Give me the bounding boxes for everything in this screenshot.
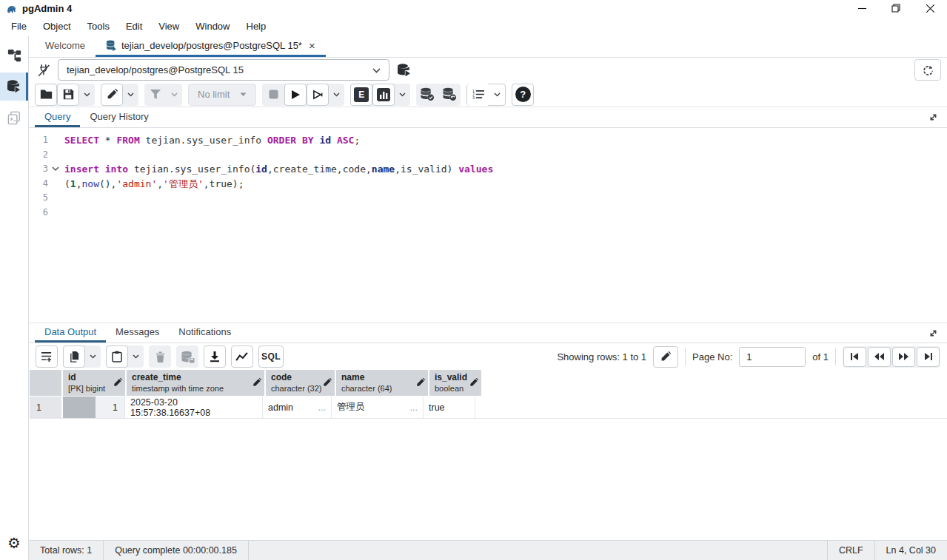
execute-dropdown-button[interactable] <box>329 84 344 106</box>
explain-options-button[interactable] <box>395 84 410 106</box>
menu-help[interactable]: Help <box>238 21 275 32</box>
help-button[interactable]: ? <box>512 84 534 106</box>
cell-is_valid[interactable]: true <box>424 397 475 418</box>
connection-toggle-button[interactable] <box>33 60 54 81</box>
code-line <box>63 148 64 163</box>
column-header-code[interactable]: codecharacter (32) <box>266 370 335 396</box>
cell-id[interactable]: 1 <box>63 397 125 418</box>
next-page-button[interactable] <box>892 347 915 367</box>
page-no-input[interactable] <box>739 347 806 367</box>
add-row-button[interactable] <box>36 345 58 368</box>
folder-icon <box>40 89 53 100</box>
download-button[interactable] <box>204 345 226 368</box>
object-explorer-icon <box>7 48 22 64</box>
execute-button[interactable] <box>284 84 307 106</box>
explain-analyze-button[interactable] <box>372 84 395 106</box>
filter-options-button[interactable] <box>167 84 182 106</box>
output-expand-button[interactable] <box>928 323 938 343</box>
tab-welcome[interactable]: Welcome <box>35 36 96 57</box>
grid-corner-cell[interactable] <box>30 370 61 396</box>
connection-status-button[interactable] <box>914 59 941 81</box>
execute-options-button[interactable] <box>307 84 329 106</box>
menu-file[interactable]: File <box>3 21 35 32</box>
code-line: (1,now(),'admin','管理员',true); <box>63 177 244 192</box>
close-button[interactable] <box>913 0 947 16</box>
fold-toggle[interactable] <box>48 162 63 177</box>
pencil-icon <box>113 378 122 387</box>
menu-object[interactable]: Object <box>35 21 79 32</box>
column-header-create_time[interactable]: create_timetimestamp with time zone <box>127 370 264 396</box>
minimize-button[interactable] <box>845 0 879 16</box>
sidebar-item-query-tool[interactable] <box>0 72 28 101</box>
first-page-button[interactable] <box>843 347 866 367</box>
tab-close-icon[interactable]: × <box>309 39 315 52</box>
save-data-button[interactable] <box>176 345 198 368</box>
line-number: 5 <box>29 191 48 206</box>
last-page-button[interactable] <box>917 347 940 367</box>
pencil-icon <box>252 378 261 387</box>
row-limit-value: No limit <box>198 89 230 100</box>
cursor-position-status: Ln 4, Col 30 <box>874 541 947 560</box>
preferences-button[interactable]: ⚙ <box>0 529 28 557</box>
query-toolbar: No limit <box>29 82 947 107</box>
cell-name[interactable]: 管理员... <box>332 397 424 418</box>
title-bar: pgAdmin 4 <box>0 0 947 16</box>
editor-line: 5 <box>29 191 947 206</box>
save-file-button[interactable] <box>57 84 79 106</box>
graph-visualiser-button[interactable] <box>231 345 253 368</box>
code-line <box>63 206 64 220</box>
open-file-button[interactable] <box>35 84 57 106</box>
app-title: pgAdmin 4 <box>22 3 72 14</box>
menu-edit[interactable]: Edit <box>118 21 150 32</box>
editor-line: 6 <box>29 206 947 220</box>
row-limit-select[interactable]: No limit <box>188 84 256 106</box>
tab-query[interactable]: Query <box>35 107 80 127</box>
tab-messages[interactable]: Messages <box>106 323 169 343</box>
new-connection-button[interactable] <box>393 60 414 81</box>
paste-options-button[interactable] <box>128 345 144 368</box>
stop-button[interactable] <box>262 84 284 106</box>
connection-select[interactable]: tejian_develop/postgres@PostgreSQL 15 <box>58 59 389 81</box>
edit-button[interactable] <box>101 84 123 106</box>
macros-dropdown-button[interactable] <box>489 84 505 106</box>
column-header-id[interactable]: id[PK] bigint <box>63 370 125 396</box>
paste-button[interactable] <box>106 345 128 368</box>
menu-view[interactable]: View <box>150 21 187 32</box>
query-status: Query complete 00:00:00.185 <box>104 541 249 560</box>
rollback-button[interactable] <box>438 84 461 106</box>
menu-tools[interactable]: Tools <box>79 21 118 32</box>
tab-notifications[interactable]: Notifications <box>169 323 241 343</box>
overflow-indicator: ... <box>315 402 326 413</box>
edit-range-button[interactable] <box>653 346 678 368</box>
sidebar-item-object-explorer[interactable] <box>0 41 28 70</box>
copy-button[interactable] <box>63 345 85 368</box>
column-header-name[interactable]: namecharacter (64) <box>336 370 428 396</box>
view-sql-button[interactable]: SQL <box>258 345 284 368</box>
explain-button[interactable]: E <box>350 84 372 106</box>
cell-create_time[interactable]: 2025-03-20 15:57:38.16637+08 <box>125 397 263 418</box>
macros-button[interactable]: 123 <box>467 84 489 106</box>
sidebar-item-psql-tool[interactable] <box>0 104 28 132</box>
tab-query-history[interactable]: Query History <box>80 107 158 127</box>
row-number-cell[interactable]: 1 <box>30 397 61 418</box>
tab-query-tool[interactable]: tejian_develop/postgres@PostgreSQL 15* × <box>96 36 326 57</box>
cell-code[interactable]: admin... <box>263 397 332 418</box>
tab-data-output[interactable]: Data Output <box>35 323 106 343</box>
filter-button[interactable] <box>144 84 167 106</box>
grid-header: id[PK] bigintcreate_timetimestamp with t… <box>30 370 947 396</box>
editor-expand-button[interactable] <box>928 107 938 127</box>
copy-options-button[interactable] <box>85 345 101 368</box>
data-grid: id[PK] bigintcreate_timetimestamp with t… <box>29 370 947 540</box>
close-icon <box>926 4 934 13</box>
restore-button[interactable] <box>879 0 913 16</box>
sql-editor[interactable]: 1SELECT * FROM tejian.sys_user_info ORDE… <box>29 128 947 323</box>
plug-disconnected-icon <box>36 62 52 78</box>
eol-status[interactable]: CRLF <box>827 541 874 560</box>
commit-button[interactable] <box>416 84 438 106</box>
column-header-is_valid[interactable]: is_validboolean <box>429 370 481 396</box>
delete-row-button[interactable] <box>149 345 171 368</box>
prev-page-button[interactable] <box>868 347 891 367</box>
menu-window[interactable]: Window <box>187 21 238 32</box>
edit-options-button[interactable] <box>123 84 138 106</box>
save-options-button[interactable] <box>79 84 95 106</box>
